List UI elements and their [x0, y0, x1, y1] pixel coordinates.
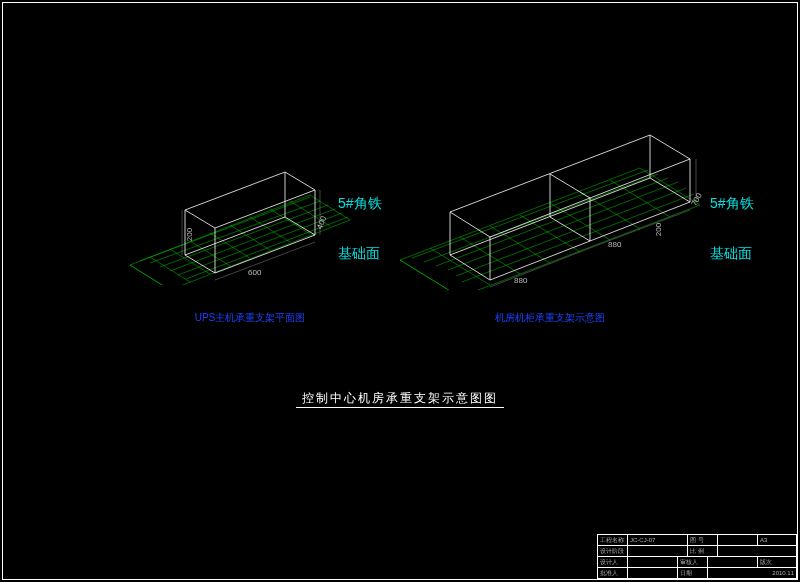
tb-proj-code: JC-CJ-07 — [627, 535, 687, 545]
svg-line-32 — [520, 215, 580, 252]
tb-approve-label: 批准人 — [597, 568, 627, 578]
right-annot-angle: 5#角铁 — [710, 195, 754, 213]
svg-line-35 — [610, 180, 670, 217]
right-dim-w1: 880 — [514, 276, 527, 285]
right-figure-svg — [400, 120, 700, 290]
svg-line-6 — [130, 265, 170, 285]
tb-check-label: 审核人 — [677, 557, 707, 567]
svg-line-37 — [550, 174, 590, 198]
svg-line-7 — [150, 257, 190, 282]
right-caption: 机房机柜承重支架示意图 — [470, 311, 630, 325]
tb-design-val — [627, 557, 677, 567]
tb-proj-label: 工程名称 — [597, 535, 627, 545]
tb-dwg-value — [717, 535, 757, 545]
tb-rev-label: 版次 — [757, 557, 797, 567]
main-title-wrap: 控制中心机房承重支架示意图图 — [0, 390, 800, 407]
svg-line-25 — [448, 182, 678, 270]
right-dim-h: 200 — [654, 223, 663, 236]
svg-line-13 — [270, 209, 310, 234]
svg-line-33 — [550, 203, 610, 240]
tb-dwg-label: 图 号 — [687, 535, 717, 545]
tb-approve-val — [627, 568, 677, 578]
tb-design-label: 设计人 — [597, 557, 627, 567]
tb-date-val: 2010.11 — [707, 568, 797, 578]
svg-line-27 — [462, 194, 694, 282]
right-annot-base: 基础面 — [710, 245, 752, 263]
left-dim-width: 600 — [248, 268, 261, 277]
tb-check-val — [707, 557, 757, 567]
tb-scale-label: 比 例 — [687, 546, 717, 556]
right-dim-w2: 880 — [608, 240, 621, 249]
svg-line-26 — [456, 188, 686, 276]
tb-scale-val — [717, 546, 797, 556]
drawing-area: 600 200 400 5#角铁 基础面 UPS主机承重支架平面图 — [0, 0, 800, 582]
svg-line-28 — [400, 260, 460, 290]
main-title: 控制中心机房承重支架示意图图 — [296, 391, 504, 408]
svg-line-10 — [210, 233, 250, 258]
svg-line-44 — [490, 248, 590, 287]
left-annot-angle: 5#角铁 — [338, 195, 382, 213]
svg-line-19 — [215, 242, 315, 280]
tb-sheet: A3 — [757, 535, 797, 545]
left-figure-svg — [130, 125, 350, 285]
tb-date-label: 日期 — [677, 568, 707, 578]
tb-stage-val — [627, 546, 687, 556]
title-block: 工程名称 JC-CJ-07 图 号 A3 设计阶段 比 例 设计人 审核人 版次… — [597, 534, 797, 579]
left-dim-height: 200 — [185, 228, 194, 241]
left-annot-base: 基础面 — [338, 245, 380, 263]
svg-line-12 — [250, 217, 290, 242]
svg-line-31 — [490, 226, 550, 263]
svg-line-45 — [590, 210, 690, 248]
svg-line-24 — [436, 178, 668, 266]
left-caption: UPS主机承重支架平面图 — [170, 311, 330, 325]
svg-line-0 — [140, 197, 310, 261]
tb-stage-label: 设计阶段 — [597, 546, 627, 556]
